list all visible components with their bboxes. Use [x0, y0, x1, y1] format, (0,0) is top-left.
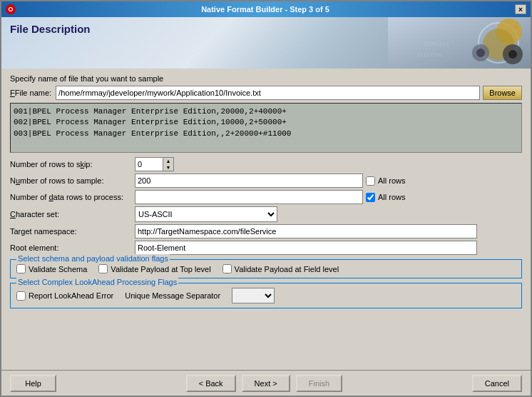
lookahead-group: Select Complex LookAhead Processing Flag…	[10, 283, 522, 308]
skip-rows-spinner: ▲ ▼	[163, 157, 174, 171]
sample-rows-label: Number of rows to sample:	[10, 176, 135, 185]
all-rows-1-checkbox[interactable]	[366, 176, 375, 186]
specify-label: Specify name of file that you want to sa…	[10, 74, 522, 83]
validate-payload-top-label[interactable]: Validate Payload at Top level	[98, 264, 210, 273]
svg-text:10110100: 10110100	[416, 51, 442, 58]
data-rows-label: Number of data rows to process:	[10, 193, 135, 201]
svg-point-7	[508, 50, 517, 59]
data-rows-row: Number of data rows to process: All rows	[10, 190, 522, 204]
charset-label: Character set:	[10, 210, 135, 218]
root-element-input[interactable]	[135, 241, 477, 255]
target-ns-row: Target namespace:	[10, 224, 522, 238]
validate-payload-field-checkbox[interactable]	[222, 264, 232, 273]
skip-rows-row: Number of rows to skip: ▲ ▼	[10, 157, 522, 171]
target-ns-input[interactable]	[135, 224, 477, 238]
skip-rows-up-button[interactable]: ▲	[163, 158, 173, 164]
header-decoration: 01001011 10110100	[388, 17, 531, 69]
header-title: File Description	[10, 23, 91, 35]
charset-select[interactable]: US-ASCII UTF-8 ISO-8859-1	[135, 206, 277, 222]
help-button[interactable]: Help	[10, 375, 56, 392]
window-title: Native Format Builder - Step 3 of 5	[16, 5, 515, 14]
skip-rows-input-wrapper: ▲ ▼	[135, 157, 174, 171]
unique-msg-sep-label: Unique Message Separator	[125, 291, 220, 300]
data-rows-input[interactable]	[135, 190, 363, 204]
all-rows-2-checkbox[interactable]	[366, 193, 375, 202]
finish-button[interactable]: Finish	[296, 375, 342, 392]
all-rows-1-area: All rows	[366, 176, 406, 186]
charset-row: Character set: US-ASCII UTF-8 ISO-8859-1	[10, 206, 522, 222]
sample-rows-input[interactable]	[135, 174, 363, 188]
title-bar: O Native Format Builder - Step 3 of 5 ×	[1, 1, 531, 17]
skip-rows-input[interactable]	[135, 157, 163, 171]
preview-line-3: 003|BPEL Process Manager Enterprise Edit…	[14, 129, 518, 139]
header-area: File Description	[1, 17, 531, 69]
file-name-row: FFile name: Browse	[10, 86, 522, 100]
root-element-row: Root element:	[10, 241, 522, 255]
validate-payload-field-label[interactable]: Validate Payload at Field level	[222, 264, 339, 273]
root-element-label: Root element:	[10, 243, 135, 252]
sample-rows-row: Number of rows to sample: All rows	[10, 174, 522, 188]
report-lookahead-label[interactable]: Report LookAhead Error	[16, 291, 113, 301]
file-name-label: FFile name:	[10, 89, 51, 97]
validate-payload-top-checkbox[interactable]	[98, 264, 108, 273]
all-rows-2-label: All rows	[378, 193, 406, 201]
main-window: O Native Format Builder - Step 3 of 5 × …	[0, 0, 532, 397]
file-preview: 001|BPEL Process Manager Enterprise Edit…	[10, 103, 522, 153]
validate-schema-checkbox[interactable]	[16, 264, 26, 273]
schema-group-content: Validate Schema Validate Payload at Top …	[16, 264, 516, 273]
svg-point-5	[476, 49, 485, 57]
unique-msg-sep-select[interactable]	[232, 288, 275, 303]
schema-group-title: Select schema and payload validation fla…	[16, 254, 170, 263]
footer: Help < Back Next > Finish Cancel	[1, 370, 531, 396]
footer-center-buttons: < Back Next > Finish	[186, 375, 342, 392]
content-area: Specify name of file that you want to sa…	[1, 69, 531, 370]
lookahead-group-title: Select Complex LookAhead Processing Flag…	[16, 278, 178, 286]
schema-validation-group: Select schema and payload validation fla…	[10, 259, 522, 278]
file-name-input[interactable]	[56, 86, 480, 100]
app-icon: O	[6, 4, 16, 14]
report-lookahead-checkbox[interactable]	[16, 291, 26, 301]
close-button[interactable]: ×	[515, 4, 526, 14]
cancel-button[interactable]: Cancel	[472, 375, 522, 392]
skip-rows-label: Number of rows to skip:	[10, 160, 135, 169]
svg-text:01001011: 01001011	[424, 41, 449, 47]
browse-button[interactable]: Browse	[483, 86, 522, 100]
next-button[interactable]: Next >	[242, 375, 290, 392]
preview-line-2: 002|BPEL Process Manager Enterprise Edit…	[14, 117, 518, 128]
preview-line-1: 001|BPEL Process Manager Enterprise Edit…	[14, 106, 518, 117]
validate-schema-label[interactable]: Validate Schema	[16, 264, 87, 273]
all-rows-1-label: All rows	[378, 176, 406, 185]
target-ns-label: Target namespace:	[10, 227, 135, 236]
back-button[interactable]: < Back	[186, 375, 236, 392]
all-rows-2-area: All rows	[366, 193, 406, 202]
skip-rows-down-button[interactable]: ▼	[163, 164, 173, 171]
settings-section: Number of rows to skip: ▲ ▼ Number of ro…	[10, 157, 522, 255]
lookahead-group-content: Report LookAhead Error Unique Message Se…	[16, 288, 516, 303]
